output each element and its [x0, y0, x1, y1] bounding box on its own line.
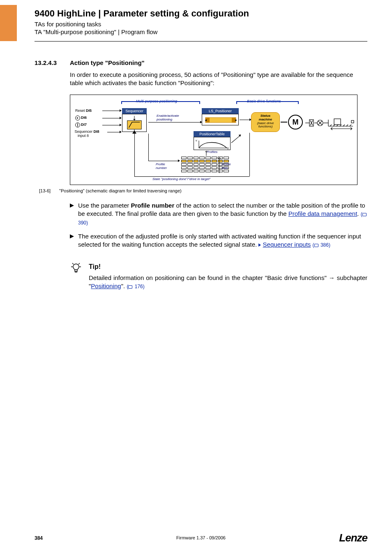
- positioner-table-body: v t: [194, 137, 231, 150]
- link-profile-data-mgmt[interactable]: Profile data management: [288, 210, 357, 217]
- arrow-enable: [148, 122, 200, 123]
- di-row-7: ‖DI7: [75, 123, 87, 127]
- arrow-profile-num: [148, 161, 178, 161]
- positioner-table-title: PositionerTable: [194, 131, 231, 137]
- svg-point-16: [73, 264, 79, 270]
- label-basic: Basic drive functions: [247, 99, 281, 103]
- svg-rect-11: [334, 119, 341, 125]
- header-title: 9400 HighLine | Parameter setting & conf…: [35, 8, 367, 19]
- figure-caption: [13-6] "Positioning" (schematic diagram …: [39, 188, 182, 193]
- state-line-h: [134, 176, 249, 177]
- motor-symbol: M: [288, 115, 303, 130]
- ls-positioner-body: ◀ ▶: [202, 114, 239, 125]
- section-title: Action type "Positioning": [70, 59, 145, 66]
- profiles-label: Profiles: [194, 150, 231, 154]
- pause-icon: ‖: [75, 123, 80, 127]
- firmware-version: Firmware 1.37 - 09/2006: [176, 535, 226, 540]
- di6-label: DI6: [81, 116, 87, 120]
- status-l4: functions): [251, 125, 279, 129]
- page-header: 9400 HighLine | Parameter setting & conf…: [35, 8, 367, 35]
- page-number: 384: [35, 535, 43, 541]
- mechanical-drawing: [305, 116, 355, 130]
- di-row-8: Sequencer DI8: [73, 130, 99, 134]
- arrow-di6: [102, 118, 120, 118]
- state-label: State "positioning done"/"drive in targe…: [152, 177, 210, 181]
- link-positioning[interactable]: Positioning: [91, 282, 121, 289]
- svg-text:t: t: [228, 147, 229, 150]
- state-line-v1: [134, 133, 135, 176]
- seqin-label: Sequencer: [73, 130, 92, 134]
- reset-label: Reset: [75, 109, 85, 113]
- svg-rect-4: [205, 118, 236, 123]
- section-number: 13.2.4.3: [35, 59, 57, 66]
- di8-label: DI8: [94, 130, 99, 134]
- lenze-logo: Lenze: [339, 532, 367, 544]
- di-row-6: ▸DI6: [75, 116, 87, 120]
- positioner-icon: ◀ ▶: [202, 114, 239, 126]
- ls-positioner-title: LS_Positioner: [202, 108, 239, 114]
- state-line-v2: [249, 133, 250, 176]
- arrow-state-seq: [132, 130, 136, 134]
- svg-text:▶: ▶: [235, 119, 237, 121]
- label-multi: Multi-purpose positioning: [136, 99, 177, 103]
- rarrow-icon: →: [329, 274, 335, 282]
- arrow-pos-status: [240, 120, 249, 120]
- caption-text: "Positioning" (schematic diagram for lim…: [59, 188, 182, 193]
- header-rule: [35, 41, 367, 42]
- play-icon: ▸: [75, 116, 80, 120]
- link-sequencer-inputs[interactable]: Sequencer inputs: [263, 241, 311, 248]
- conn-seq-grid: [148, 134, 149, 161]
- di7-label: DI7: [81, 123, 87, 127]
- header-subtitle-2: TA "Multi-purpose positioning" | Program…: [35, 28, 367, 35]
- tip-block: Tip! Detailed information on positioning…: [70, 263, 367, 291]
- arrow-grid-up: [204, 150, 208, 157]
- schematic-diagram: Multi-purpose positioning Basic drive fu…: [70, 95, 357, 185]
- profile-num-label: Profilenumber: [156, 162, 167, 170]
- svg-marker-15: [132, 130, 136, 134]
- triangle-icon: [258, 243, 261, 247]
- svg-rect-12: [351, 120, 354, 123]
- bullet-list: Use the parameter Profile number of the …: [70, 201, 367, 254]
- enable-label: Enable/activatepositioning: [157, 114, 179, 121]
- arrow-di8: [107, 132, 120, 132]
- sequencer-icon: [122, 114, 146, 132]
- svg-marker-1: [133, 119, 136, 120]
- page-footer: 384 Firmware 1.37 - 09/2006: [35, 535, 367, 541]
- header-subtitle-1: TAs for positioning tasks: [35, 21, 367, 28]
- arrow-profile-data: [217, 157, 221, 174]
- di5-label: DI5: [86, 109, 92, 113]
- page-ref-386[interactable]: ( 386): [313, 242, 330, 248]
- seqin2-label: input 8: [78, 134, 89, 138]
- arrow-ptable-pos: [231, 136, 240, 143]
- tip-body: Detailed information on positioning can …: [89, 274, 367, 291]
- status-machine-box: Status machine (basic drive functions): [251, 112, 280, 132]
- side-accent-bar: [0, 5, 17, 41]
- arrow-di7: [102, 125, 120, 125]
- profile-data-label: Profiledata: [221, 162, 231, 170]
- sequencer-title: Sequencer: [122, 108, 147, 114]
- caption-num: [13-6]: [39, 188, 58, 193]
- intro-paragraph: In order to execute a positioning proces…: [70, 71, 367, 88]
- svg-text:v: v: [196, 139, 197, 142]
- profile-curve-icon: v t: [194, 137, 231, 150]
- bullet-1: Use the parameter Profile number of the …: [70, 201, 367, 227]
- conn-status-motor: [281, 122, 287, 123]
- page-ref-176[interactable]: ( 176): [127, 284, 144, 289]
- di-row-reset: Reset DI5: [75, 109, 92, 113]
- arrow-di5: [102, 111, 120, 111]
- tip-label: Tip!: [89, 263, 367, 271]
- lightbulb-icon: [70, 261, 82, 274]
- sequencer-body: [122, 114, 147, 132]
- bullet-2: The execution of the adjusted profile is…: [70, 232, 367, 249]
